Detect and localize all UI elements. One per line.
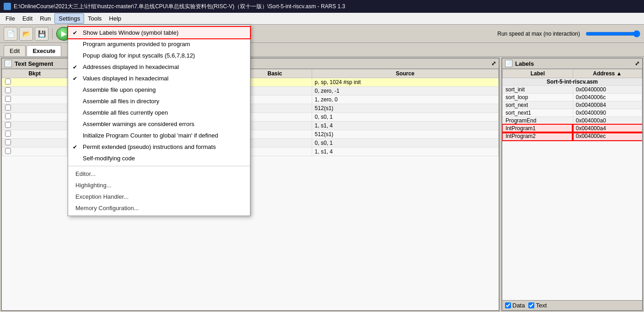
bkpt-checkbox[interactable]	[5, 87, 11, 93]
bkpt-checkbox[interactable]	[5, 148, 11, 154]
labels-title: Labels	[515, 60, 534, 67]
bkpt-checkbox[interactable]	[5, 139, 11, 145]
title-text: E:\OnlineCourse\2021大三上\计组\hustzc-master…	[14, 3, 345, 11]
text-checkbox-label[interactable]: Text	[528, 302, 547, 309]
col-label: Label	[503, 69, 573, 78]
labels-panel: 📄 Labels ⤢ Label Address ▲ Sort-5-int-ri…	[501, 58, 643, 311]
menu-addr-hex[interactable]: Addresses displayed in hexadecimal	[68, 61, 250, 73]
labels-panel-header: 📄 Labels ⤢	[502, 58, 642, 69]
menu-editor[interactable]: Editor...	[68, 168, 250, 180]
labels-table: Label Address ▲ Sort-5-int-riscv.asm sor…	[502, 69, 642, 140]
speed-control	[585, 30, 640, 37]
label-row: sort_next 0x00400084	[503, 101, 642, 109]
text-checkbox[interactable]	[528, 302, 534, 308]
menu-assemble-dir[interactable]: Assemble all files in directory	[68, 95, 250, 107]
menu-run[interactable]: Run	[36, 14, 54, 23]
menu-pseudo[interactable]: Permit extended (pseudo) instructions an…	[68, 141, 250, 153]
menu-assemble-open[interactable]: Assemble file upon opening	[68, 84, 250, 95]
menu-values-hex[interactable]: Values displayed in hexadecimal	[68, 73, 250, 84]
bkpt-checkbox[interactable]	[5, 122, 11, 128]
label-row-intprogram2: IntProgram2 0x004000ec	[503, 132, 642, 140]
text-segment-expand[interactable]: ⤢	[491, 60, 496, 67]
filename-row: Sort-5-int-riscv.asm	[503, 78, 642, 86]
menu-program-args[interactable]: Program arguments provided to program	[68, 38, 250, 50]
label-row: ProgramEnd 0x004000a0	[503, 117, 642, 125]
labels-icon: 📄	[505, 60, 512, 67]
data-label: Data	[512, 302, 525, 309]
menu-help[interactable]: Help	[106, 14, 125, 23]
menu-memory-config[interactable]: Memory Configuration...	[68, 202, 250, 214]
save-button[interactable]: 💾	[35, 27, 48, 41]
menu-file[interactable]: File	[2, 14, 19, 23]
bkpt-checkbox[interactable]	[5, 79, 11, 85]
col-source: Source	[312, 69, 498, 78]
dropdown-sep1	[68, 166, 250, 166]
label-row-intprogram1: IntProgram1 0x004000a4	[503, 125, 642, 132]
app-icon	[4, 3, 11, 10]
menu-init-pc[interactable]: Initialize Program Counter to global 'ma…	[68, 130, 250, 141]
labels-expand[interactable]: ⤢	[635, 60, 639, 67]
bkpt-checkbox[interactable]	[5, 105, 11, 111]
menu-edit[interactable]: Edit	[19, 14, 36, 23]
menu-exception-handler[interactable]: Exception Handler...	[68, 191, 250, 202]
speed-slider[interactable]	[585, 30, 640, 37]
labels-panel-footer: Data Text	[502, 300, 642, 310]
data-checkbox[interactable]	[505, 302, 511, 308]
menu-assemble-open-files[interactable]: Assemble all files currently open	[68, 107, 250, 118]
col-bkpt: Bkpt	[2, 69, 67, 78]
new-button[interactable]: 📄	[4, 27, 17, 41]
menu-warnings-errors[interactable]: Assembler warnings are considered errors	[68, 118, 250, 130]
bkpt-checkbox[interactable]	[5, 113, 11, 119]
settings-dropdown: Show Labels Window (symbol table) Progra…	[68, 25, 250, 216]
speed-label: Run speed at max (no interaction)	[497, 31, 580, 37]
bkpt-checkbox[interactable]	[5, 131, 11, 137]
data-checkbox-label[interactable]: Data	[505, 302, 525, 309]
col-address-label: Address ▲	[573, 69, 642, 78]
show-labels-text: Show Labels Window (symbol table)	[83, 29, 179, 36]
labels-table-container[interactable]: Label Address ▲ Sort-5-int-riscv.asm sor…	[502, 69, 642, 300]
text-segment-title: Text Segment	[15, 60, 53, 67]
tab-edit[interactable]: Edit	[4, 45, 26, 56]
menu-bar: File Edit Run Settings Tools Help	[0, 13, 644, 25]
title-bar: E:\OnlineCourse\2021大三上\计组\hustzc-master…	[0, 0, 644, 13]
toolbar-sep1	[52, 28, 53, 39]
text-segment-icon: 📄	[5, 60, 12, 67]
open-button[interactable]: 📂	[19, 27, 33, 41]
tab-execute[interactable]: Execute	[27, 45, 61, 56]
bkpt-checkbox[interactable]	[5, 96, 11, 102]
label-row: sort_next1 0x00400090	[503, 109, 642, 117]
menu-self-mod[interactable]: Self-modifying code	[68, 153, 250, 164]
label-row: sort_loop 0x0040006c	[503, 94, 642, 101]
text-label: Text	[536, 302, 547, 309]
menu-popup-dialog[interactable]: Popup dialog for input syscalls (5,6,7,8…	[68, 50, 250, 61]
menu-tools[interactable]: Tools	[84, 14, 105, 23]
menu-highlighting[interactable]: Highlighting...	[68, 180, 250, 191]
label-row: sort_init 0x00400000	[503, 86, 642, 94]
menu-settings[interactable]: Settings	[54, 13, 84, 24]
menu-show-labels[interactable]: Show Labels Window (symbol table)	[68, 27, 250, 38]
